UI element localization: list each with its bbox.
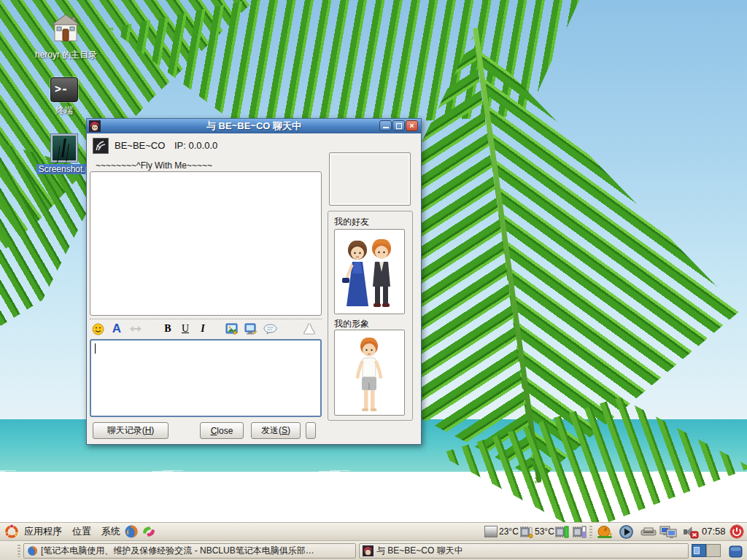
gnome-panel-top: 应用程序 位置 系统 23°C 53°C — [0, 522, 747, 540]
tasklist-drag-handle[interactable] — [18, 545, 20, 557]
picture-icon — [225, 323, 239, 335]
friends-characters-image — [335, 230, 404, 314]
send-button[interactable]: 发送(S) — [251, 422, 301, 439]
desktop-icon-terminal[interactable]: >- 终端 — [35, 77, 93, 117]
temp-sensor-2: 53°C — [535, 526, 554, 537]
self-character-image — [335, 330, 404, 415]
message-input[interactable] — [90, 339, 322, 417]
chat-task-icon — [363, 545, 374, 556]
video-preview-box — [329, 152, 411, 206]
chip-thermometer-icon[interactable] — [519, 525, 533, 539]
friends-image-box[interactable] — [334, 229, 405, 314]
italic-button[interactable]: I — [195, 322, 211, 336]
bold-button[interactable]: B — [160, 322, 176, 336]
close-button[interactable]: × — [406, 120, 418, 131]
app-launcher-icon[interactable] — [142, 524, 156, 539]
link-icon — [129, 324, 142, 333]
peer-signature: ~~~~~~~~^Fly With Me~~~~~ — [96, 160, 212, 171]
smiley-icon — [92, 323, 104, 335]
speech-balloon-icon — [263, 324, 277, 335]
peer-avatar[interactable] — [93, 138, 109, 154]
underline-button[interactable]: U — [177, 322, 193, 336]
nudge-button[interactable] — [301, 322, 317, 336]
chip-purple-bar-icon[interactable] — [572, 525, 587, 539]
applications-menu-icon — [4, 524, 19, 539]
tray-drag-handle[interactable] — [589, 526, 592, 538]
chat-history-button[interactable]: 聊天记录(H) — [93, 422, 169, 439]
desktop-icon-label: heroyr 的主目录 — [35, 49, 96, 61]
taskbar-button-label: [笔记本电脑使用、维护及保修经验交流 - NBCLUB笔记本电脑俱乐部… — [41, 545, 314, 557]
home-folder-icon — [50, 13, 81, 44]
emoticon-button[interactable] — [90, 322, 106, 336]
clock-applet[interactable]: 07:58 — [702, 526, 726, 537]
link-button[interactable] — [128, 322, 144, 336]
desktop-icon-home[interactable]: heroyr 的主目录 — [35, 13, 96, 61]
bell-icon — [302, 323, 317, 335]
firefox-launcher-icon[interactable] — [124, 524, 139, 539]
close-chat-button[interactable]: Close — [200, 422, 244, 439]
network-monitor-icon[interactable] — [659, 524, 677, 540]
taskbar-button-firefox[interactable]: [笔记本电脑使用、维护及保修经验交流 - NBCLUB笔记本电脑俱乐部… — [23, 543, 356, 559]
workspace-window-thumb — [694, 547, 700, 554]
peer-avatar-icon — [93, 139, 108, 153]
desktop-icon-label: Screenshot.p — [35, 164, 93, 174]
font-button[interactable]: A — [109, 322, 125, 336]
toolbar-separator — [90, 319, 322, 319]
power-button-icon[interactable] — [729, 524, 744, 539]
screen-capture-button[interactable] — [243, 322, 259, 336]
minimize-button[interactable] — [379, 120, 392, 131]
peer-ip: IP: 0.0.0.0 — [174, 140, 217, 151]
window-title: 与 BE~BE~CO 聊天中 — [87, 120, 421, 133]
chat-window: 与 BE~BE~CO 聊天中 × BE~BE~CO IP: 0.0.0.0 ~~… — [86, 118, 422, 445]
image-thumbnail-icon — [51, 134, 77, 162]
cpu-freq-applet[interactable] — [484, 526, 498, 537]
send-options-button[interactable] — [306, 422, 316, 439]
menu-system[interactable]: 系统 — [98, 523, 124, 540]
quick-reply-button[interactable] — [262, 322, 278, 336]
friends-label: 我的好友 — [334, 216, 369, 228]
maximize-button[interactable] — [392, 120, 405, 131]
workspace-1[interactable] — [692, 544, 706, 557]
menu-places[interactable]: 位置 — [69, 523, 95, 540]
tray-app-snail-icon[interactable] — [597, 524, 613, 540]
self-image-box[interactable] — [334, 330, 405, 416]
trash-applet-icon[interactable] — [728, 543, 743, 559]
workspace-2[interactable] — [706, 544, 721, 557]
printer-tray-icon[interactable] — [640, 527, 657, 537]
self-image-label: 我的形象 — [334, 318, 369, 330]
firefox-task-icon — [27, 545, 38, 556]
font-letter-icon: A — [112, 322, 121, 336]
media-player-tray-icon[interactable] — [619, 524, 634, 540]
terminal-icon: >- — [50, 77, 78, 102]
taskbar-button-label: 与 BE~BE~CO 聊天中 — [376, 545, 463, 557]
text-caret — [95, 343, 96, 354]
chat-history-area[interactable] — [90, 171, 322, 316]
menu-applications[interactable]: 应用程序 — [20, 523, 66, 540]
desktop-icon-label: 终端 — [35, 104, 93, 117]
volume-muted-icon[interactable] — [683, 525, 699, 539]
chip-green-bar-icon[interactable] — [554, 525, 569, 539]
temp-sensor-1: 23°C — [499, 526, 519, 537]
titlebar[interactable]: 与 BE~BE~CO 聊天中 × — [87, 119, 421, 133]
screen-capture-icon — [244, 323, 258, 335]
chat-window-body: BE~BE~CO IP: 0.0.0.0 ~~~~~~~~^Fly With M… — [87, 133, 421, 445]
peer-name: BE~BE~CO — [115, 140, 165, 151]
gnome-panel-bottom: [笔记本电脑使用、维护及保修经验交流 - NBCLUB笔记本电脑俱乐部… 与 B… — [0, 540, 747, 560]
send-image-button[interactable] — [224, 322, 240, 336]
desktop-icon-screenshot[interactable]: Screenshot.p — [35, 134, 93, 174]
taskbar-button-chat[interactable]: 与 BE~BE~CO 聊天中 — [359, 543, 689, 559]
sidebar-group: 我的好友 — [328, 211, 413, 421]
